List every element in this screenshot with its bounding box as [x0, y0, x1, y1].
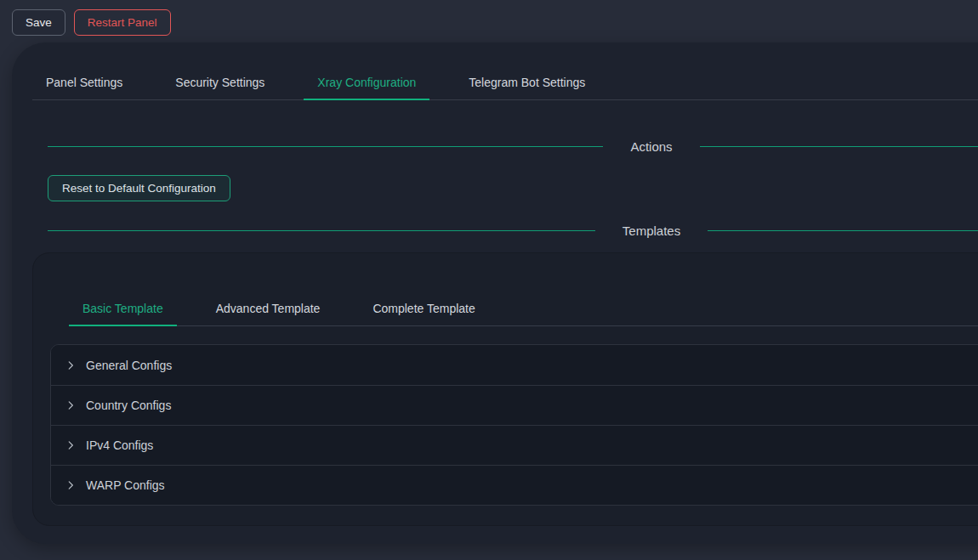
- accordion-ipv4-configs[interactable]: IPv4 Configs: [51, 425, 978, 465]
- accordion-warp-configs[interactable]: WARP Configs: [51, 465, 978, 505]
- actions-divider-title: Actions: [630, 139, 672, 154]
- tab-complete-template[interactable]: Complete Template: [359, 291, 488, 325]
- divider-line: [700, 146, 978, 147]
- accordion-country-configs[interactable]: Country Configs: [51, 385, 978, 425]
- settings-card: Panel Settings Security Settings Xray Co…: [12, 42, 978, 544]
- templates-divider-title: Templates: [623, 223, 680, 238]
- templates-card: Basic Template Advanced Template Complet…: [32, 252, 978, 526]
- settings-tab-bar: Panel Settings Security Settings Xray Co…: [32, 65, 978, 100]
- accordion-label: IPv4 Configs: [86, 438, 153, 452]
- tab-panel-settings[interactable]: Panel Settings: [32, 65, 136, 99]
- template-tab-bar: Basic Template Advanced Template Complet…: [69, 291, 978, 326]
- divider-line: [708, 230, 978, 231]
- divider-line: [48, 146, 603, 147]
- tab-basic-template[interactable]: Basic Template: [69, 291, 177, 325]
- chevron-right-icon: [65, 439, 77, 451]
- actions-divider: Actions: [48, 136, 978, 156]
- accordion-label: General Configs: [86, 359, 172, 372]
- templates-divider: Templates: [48, 220, 978, 240]
- template-config-accordion: General Configs Country Configs IPv4 Con…: [50, 344, 978, 506]
- chevron-right-icon: [65, 399, 77, 411]
- accordion-label: WARP Configs: [86, 478, 165, 492]
- reset-default-configuration-button[interactable]: Reset to Default Configuration: [48, 175, 230, 201]
- tab-telegram-bot-settings[interactable]: Telegram Bot Settings: [455, 65, 599, 99]
- chevron-right-icon: [65, 359, 77, 371]
- divider-line: [48, 230, 595, 231]
- restart-panel-button[interactable]: Restart Panel: [74, 9, 171, 36]
- tab-security-settings[interactable]: Security Settings: [162, 65, 278, 99]
- tab-advanced-template[interactable]: Advanced Template: [202, 291, 334, 325]
- top-toolbar: Save Restart Panel: [0, 0, 978, 42]
- accordion-label: Country Configs: [86, 399, 171, 412]
- accordion-general-configs[interactable]: General Configs: [51, 345, 978, 385]
- tab-xray-configuration[interactable]: Xray Configuration: [304, 65, 429, 99]
- chevron-right-icon: [65, 479, 77, 491]
- save-button[interactable]: Save: [12, 9, 65, 36]
